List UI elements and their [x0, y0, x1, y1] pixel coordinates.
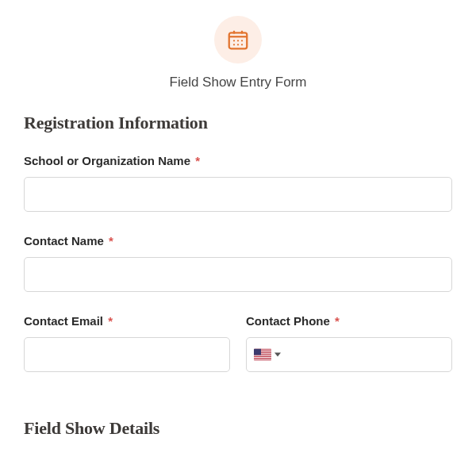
svg-rect-14: [254, 355, 271, 356]
svg-rect-15: [254, 357, 271, 358]
us-flag-icon: [254, 349, 271, 361]
required-marker: *: [108, 314, 113, 328]
calendar-icon: [214, 16, 262, 63]
label-contact-phone: Contact Phone *: [246, 314, 452, 328]
field-contact-phone: Contact Phone *: [246, 314, 452, 372]
input-contact-email[interactable]: [24, 337, 230, 372]
svg-point-5: [237, 40, 239, 41]
required-marker: *: [109, 234, 113, 248]
label-contact-name: Contact Name *: [24, 234, 452, 248]
svg-rect-16: [254, 359, 271, 359]
label-contact-email: Contact Email *: [24, 314, 230, 328]
input-org-name[interactable]: [24, 177, 452, 212]
label-text: Contact Email: [24, 314, 103, 328]
form-title: Field Show Entry Form: [24, 75, 452, 90]
label-text: School or Organization Name: [24, 154, 190, 167]
svg-point-8: [237, 44, 239, 45]
label-text: Contact Name: [24, 234, 104, 248]
chevron-down-icon: [274, 353, 281, 357]
section-heading-details: Field Show Details: [24, 418, 452, 439]
svg-rect-17: [254, 349, 261, 355]
country-select[interactable]: [254, 349, 281, 361]
required-marker: *: [335, 314, 340, 328]
input-contact-name[interactable]: [24, 257, 452, 292]
label-org-name: School or Organization Name *: [24, 154, 452, 167]
field-org-name: School or Organization Name *: [24, 154, 452, 212]
svg-point-9: [241, 44, 243, 45]
svg-point-7: [233, 44, 235, 45]
field-contact-email: Contact Email *: [24, 314, 230, 372]
required-marker: *: [195, 154, 200, 167]
label-text: Contact Phone: [246, 314, 330, 328]
section-heading-registration: Registration Information: [24, 113, 452, 133]
field-contact-name: Contact Name *: [24, 234, 452, 292]
form-header: Field Show Entry Form: [24, 16, 452, 90]
svg-point-6: [241, 40, 243, 41]
svg-point-4: [233, 40, 235, 41]
